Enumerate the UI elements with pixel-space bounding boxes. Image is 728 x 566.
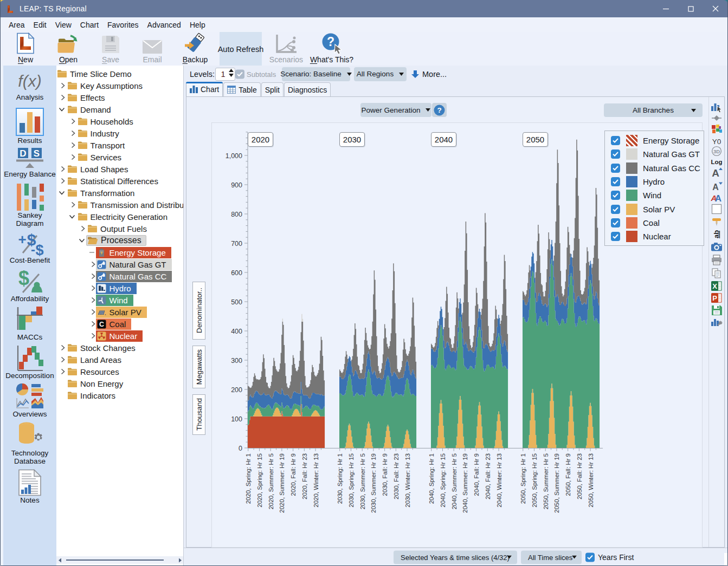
tree-item-solar-pv[interactable]: Solar PV <box>56 306 184 318</box>
font-decrease-icon[interactable]: A <box>711 181 723 192</box>
scrollbar-track[interactable] <box>63 557 177 563</box>
legend-checkbox-solar-pv[interactable] <box>611 205 620 214</box>
chevron-right-icon[interactable] <box>70 130 76 136</box>
log-scale-icon[interactable]: Log <box>711 157 723 167</box>
close-button[interactable] <box>703 0 728 17</box>
tree-item-coal[interactable]: C Coal <box>56 318 184 330</box>
chevron-right-icon[interactable] <box>70 154 76 160</box>
maximize-button[interactable] <box>678 0 703 17</box>
tree-item-resources[interactable]: Resources <box>56 366 184 378</box>
help-button[interactable]: ? <box>432 103 447 117</box>
rotate-labels-icon[interactable]: ab <box>711 229 723 240</box>
menu-item-area[interactable]: Area <box>4 19 29 31</box>
menu-item-favorites[interactable]: Favorites <box>103 19 143 31</box>
tree-item-time-slice-demo[interactable]: Time Slice Demo <box>56 68 184 80</box>
chevron-down-icon[interactable] <box>59 190 65 196</box>
chevron-right-icon[interactable] <box>70 142 76 148</box>
tree-item-processes[interactable]: Processes <box>56 235 184 246</box>
more-button[interactable]: More... <box>411 70 447 79</box>
unit-button-thousand[interactable]: Thousand <box>192 394 205 435</box>
tree-item-natural-gas-gt[interactable]: Natural Gas GT <box>56 258 184 270</box>
tree-item-services[interactable]: Services <box>56 151 184 163</box>
toolbar-button-open[interactable]: Open <box>50 32 86 66</box>
toolbar-button-auto-refresh[interactable]: Auto Refresh <box>220 32 262 66</box>
tree-item-statistical-differences[interactable]: Statistical Differences <box>56 175 184 187</box>
menu-item-edit[interactable]: Edit <box>29 19 51 31</box>
menu-item-advanced[interactable]: Advanced <box>143 19 185 31</box>
menu-item-chart[interactable]: Chart <box>76 19 103 31</box>
tree-item-indicators[interactable]: Indicators <box>56 389 184 401</box>
toolbar-button-what-s-this[interactable]: ? What's This? <box>312 32 352 66</box>
tab-table[interactable]: Table <box>223 82 260 96</box>
levels-spinner[interactable]: 1 <box>215 68 235 81</box>
chevron-right-icon[interactable] <box>70 201 76 208</box>
legend-checkbox-nuclear[interactable] <box>611 232 620 241</box>
tree-item-hydro[interactable]: Hydro <box>56 282 184 294</box>
chevron-right-icon[interactable] <box>60 344 66 351</box>
legend-checkbox-energy-storage[interactable] <box>611 136 620 145</box>
tree-item-land-areas[interactable]: Land Areas <box>56 354 184 366</box>
scroll-right-arrow-icon[interactable] <box>177 557 183 563</box>
chevron-right-icon[interactable] <box>60 356 66 363</box>
sidebar-item-sankey-diagram[interactable]: SankeyDiagram <box>3 183 56 227</box>
tree-item-transport[interactable]: Transport <box>56 139 184 151</box>
branches-dropdown[interactable]: All Branches <box>604 103 703 117</box>
chevron-down-icon[interactable] <box>69 213 75 220</box>
tree-item-stock-changes[interactable]: Stock Changes <box>56 342 184 354</box>
sidebar-item-overviews[interactable]: Overviews <box>3 382 56 418</box>
subtotals-checkbox[interactable] <box>235 69 244 79</box>
scroll-left-arrow-icon[interactable] <box>56 557 63 563</box>
tree-item-demand[interactable]: Demand <box>56 103 184 115</box>
chart-type-icon[interactable] <box>711 102 723 113</box>
tree-item-output-fuels[interactable]: Output Fuels <box>56 223 184 235</box>
tree-item-energy-storage[interactable]: Energy Storage <box>56 246 184 258</box>
tree-item-wind[interactable]: Wind <box>56 294 184 306</box>
chevron-right-icon[interactable] <box>70 118 76 125</box>
sidebar-item-technology-database[interactable]: TechnologyDatabase <box>3 421 56 465</box>
chevron-right-icon[interactable] <box>60 368 66 375</box>
sidebar-item-results[interactable]: Results <box>3 107 56 145</box>
spin-down-icon[interactable] <box>229 74 234 77</box>
chevron-right-icon[interactable] <box>60 166 66 172</box>
legend-checkbox-natural-gas-cc[interactable] <box>611 164 620 173</box>
camera-icon[interactable] <box>711 242 723 252</box>
toolbar-button-scenarios[interactable]: Scenarios <box>268 32 305 66</box>
chevron-down-icon[interactable] <box>59 106 65 113</box>
tree-item-industry[interactable]: Industry <box>56 127 184 139</box>
sidebar-item-analysis[interactable]: f(x)Analysis <box>3 70 56 101</box>
regions-dropdown[interactable]: All Regions <box>354 67 407 81</box>
palette-icon[interactable] <box>711 124 723 135</box>
three-d-icon[interactable]: 3D <box>711 146 723 157</box>
font-increase-icon[interactable]: A <box>711 167 723 178</box>
marker-icon[interactable] <box>711 113 723 123</box>
sidebar-item-energy-balance[interactable]: D S Energy Balance <box>3 146 56 178</box>
save-chart-icon[interactable] <box>711 304 723 315</box>
menu-item-view[interactable]: View <box>51 19 76 31</box>
pushpin-icon[interactable] <box>711 216 723 227</box>
excel-icon[interactable]: X <box>711 281 723 291</box>
chart-settings-icon[interactable] <box>711 317 723 328</box>
print-icon[interactable] <box>711 255 723 265</box>
tree-item-nuclear[interactable]: Nuclear <box>56 330 184 342</box>
minimize-button[interactable] <box>653 0 678 17</box>
sidebar-item-decomposition[interactable]: Decomposition <box>3 344 56 380</box>
copy-icon[interactable] <box>711 268 723 279</box>
tree-item-transformation[interactable]: Transformation <box>56 187 184 199</box>
unit-button-denominator[interactable]: Denominator.. <box>192 282 205 340</box>
chevron-right-icon[interactable] <box>60 94 66 101</box>
tab-split[interactable]: Split <box>261 82 284 96</box>
tab-diagnostics[interactable]: Diagnostics <box>284 82 331 96</box>
tree-item-key-assumptions[interactable]: Key Assumptions <box>56 80 184 92</box>
tree-item-load-shapes[interactable]: Load Shapes <box>56 163 184 175</box>
tree-horizontal-scrollbar[interactable] <box>56 556 183 564</box>
sidebar-item-notes[interactable]: Notes <box>3 469 56 504</box>
legend-checkbox-natural-gas-gt[interactable] <box>611 149 620 159</box>
toolbar-button-save[interactable]: Save <box>94 32 127 66</box>
sidebar-item-cost-benefit[interactable]: + $ - $Cost-Benefit <box>3 231 56 264</box>
font-color-icon[interactable]: A A <box>711 192 723 203</box>
tree-item-natural-gas-cc[interactable]: Natural Gas CC <box>56 270 184 282</box>
background-color-icon[interactable] <box>711 204 723 214</box>
tab-chart[interactable]: Chart <box>186 82 223 96</box>
legend-checkbox-coal[interactable] <box>611 218 620 227</box>
chevron-right-icon[interactable] <box>60 178 66 184</box>
